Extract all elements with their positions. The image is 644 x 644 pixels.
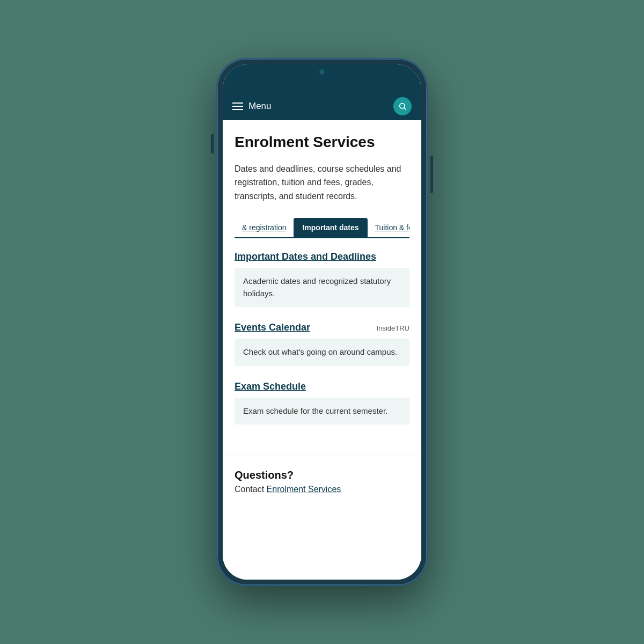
- notch-area: [223, 64, 421, 92]
- questions-title: Questions?: [235, 469, 409, 481]
- tab-courses[interactable]: & registration: [235, 218, 294, 237]
- questions-text: Contact Enrolment Services: [235, 485, 409, 494]
- tab-tuition[interactable]: Tuition & fees: [368, 218, 410, 237]
- tabs-container: & registration Important dates Tuition &…: [235, 218, 409, 238]
- card-title-exam[interactable]: Exam Schedule: [235, 381, 306, 392]
- card-important-dates: Important Dates and Deadlines Academic d…: [235, 251, 409, 307]
- questions-section: Questions? Contact Enrolment Services: [223, 456, 421, 505]
- page-description: Dates and deadlines, course schedules an…: [235, 162, 409, 203]
- card-description-events: Check out what's going on around campus.: [235, 339, 409, 366]
- content-area: Enrolment Services Dates and deadlines, …: [223, 120, 421, 580]
- card-badge-events: InsideTRU: [377, 324, 409, 332]
- card-title-important-dates[interactable]: Important Dates and Deadlines: [235, 251, 376, 262]
- card-exam-schedule: Exam Schedule Exam schedule for the curr…: [235, 381, 409, 425]
- hamburger-icon[interactable]: [232, 103, 243, 110]
- card-header-events: Events Calendar InsideTRU: [235, 322, 409, 333]
- phone-screen: Menu Enrolment Services Dates and deadli…: [223, 64, 421, 580]
- phone-frame: Menu Enrolment Services Dates and deadli…: [217, 59, 427, 585]
- nav-left: Menu: [232, 101, 272, 112]
- enrolment-services-link[interactable]: Enrolment Services: [267, 485, 341, 494]
- camera: [319, 69, 325, 75]
- svg-line-1: [404, 108, 406, 109]
- search-icon[interactable]: [393, 97, 412, 115]
- card-title-events[interactable]: Events Calendar: [235, 322, 310, 333]
- card-header: Important Dates and Deadlines: [235, 251, 409, 262]
- notch: [287, 64, 357, 79]
- card-events-calendar: Events Calendar InsideTRU Check out what…: [235, 322, 409, 366]
- card-description-important-dates: Academic dates and recognized statutory …: [235, 268, 409, 307]
- card-header-exam: Exam Schedule: [235, 381, 409, 392]
- page-content: Enrolment Services Dates and deadlines, …: [223, 120, 421, 456]
- menu-label[interactable]: Menu: [248, 101, 272, 112]
- card-description-exam: Exam schedule for the current semester.: [235, 398, 409, 425]
- page-title: Enrolment Services: [235, 133, 409, 151]
- nav-bar: Menu: [223, 92, 421, 120]
- tab-important-dates[interactable]: Important dates: [294, 218, 367, 237]
